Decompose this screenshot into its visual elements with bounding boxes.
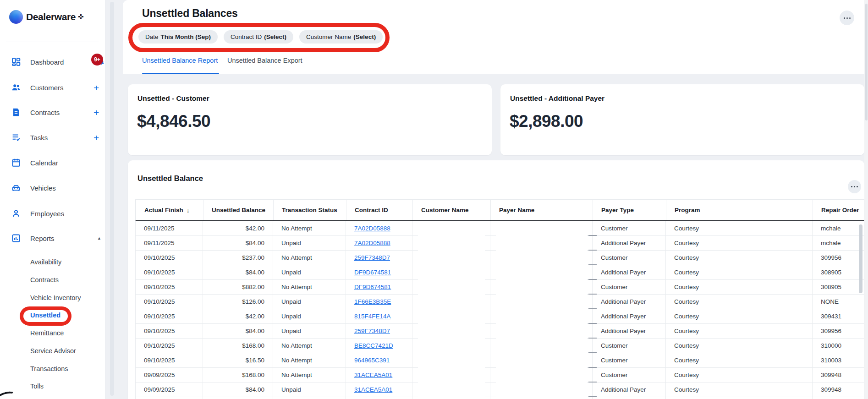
card-unsettled-customer: Unsettled - Customer $4,846.50 bbox=[128, 84, 492, 155]
contract-id-link[interactable]: 31ACEA5A01 bbox=[354, 386, 392, 393]
contract-id-link[interactable]: 815F4FE14A bbox=[354, 313, 391, 320]
customers-icon bbox=[11, 82, 21, 93]
sidebar-item-label: Employees bbox=[30, 210, 64, 218]
table-scrollbar-thumb[interactable] bbox=[859, 224, 863, 293]
cell-program: Courtesy bbox=[666, 280, 813, 295]
sidebar-item-customers[interactable]: Customers + bbox=[0, 77, 105, 98]
contract-id-link[interactable]: DF9D674581 bbox=[354, 269, 391, 276]
page-more-options-button[interactable] bbox=[840, 11, 854, 25]
cell-actual-finish: 09/10/2025 bbox=[135, 280, 203, 295]
sidebar-item-vehicles[interactable]: Vehicles bbox=[0, 178, 105, 198]
cell-unsettled-balance: $237.00 bbox=[203, 251, 273, 265]
column-header-contract-id[interactable]: Contract ID bbox=[346, 200, 413, 220]
filter-chip-customer-name[interactable]: Customer Name (Select) bbox=[299, 30, 383, 44]
contract-id-link[interactable]: 31ACEA5A01 bbox=[354, 372, 392, 378]
sidebar-item-remittance[interactable]: Remittance bbox=[0, 327, 105, 339]
active-tab-underline bbox=[142, 73, 219, 74]
contract-id-link[interactable]: 259F7348D7 bbox=[354, 254, 390, 261]
pinned-column-divider bbox=[588, 221, 597, 397]
column-header-program[interactable]: Program bbox=[666, 200, 813, 220]
cell-actual-finish: 09/11/2025 bbox=[135, 221, 203, 236]
add-contract-button[interactable]: + bbox=[93, 108, 99, 117]
contract-id-link[interactable]: 1F66E3B35E bbox=[354, 298, 391, 305]
column-header-repair-order[interactable]: Repair Order bbox=[813, 200, 864, 220]
column-header-customer-name[interactable]: Customer Name bbox=[413, 200, 491, 220]
cell-payer-type: Customer bbox=[593, 353, 666, 368]
cell-transaction-status: No Attempt bbox=[273, 368, 346, 383]
add-customer-button[interactable]: + bbox=[93, 83, 99, 93]
column-header-actual-finish[interactable]: Actual Finish↓ bbox=[136, 200, 203, 220]
column-header-payer-name[interactable]: Payer Name bbox=[491, 200, 593, 220]
cell-repair-order: mchale bbox=[813, 236, 864, 251]
logo-text: Dealerware bbox=[26, 11, 76, 22]
sidebar-item-calendar[interactable]: Calendar bbox=[0, 153, 105, 173]
cell-transaction-status: Unpaid bbox=[273, 324, 346, 339]
sidebar-item-tolls[interactable]: Tolls bbox=[0, 380, 105, 393]
sidebar-item-label: Contracts bbox=[30, 109, 60, 116]
sidebar-item-vehicle-inventory[interactable]: Vehicle Inventory bbox=[0, 291, 105, 304]
dashboard-icon bbox=[11, 57, 21, 67]
cell-payer-type: Customer bbox=[593, 368, 666, 383]
sidebar-item-reports[interactable]: Reports ▲ bbox=[0, 228, 105, 248]
cell-repair-order: 309948 bbox=[813, 383, 864, 397]
cell-program: Courtesy bbox=[666, 236, 813, 251]
cell-payer-type: Additional Payer bbox=[593, 295, 666, 309]
sidebar-item-contracts-report[interactable]: Contracts bbox=[0, 273, 105, 286]
cell-payer-type: Customer bbox=[593, 221, 666, 236]
cell-actual-finish: 09/10/2025 bbox=[135, 251, 203, 265]
sidebar-item-transactions[interactable]: Transactions bbox=[0, 362, 105, 375]
cell-unsettled-balance: $126.00 bbox=[203, 295, 273, 309]
cell-unsettled-balance: $84.00 bbox=[203, 265, 273, 280]
table-header-row: Actual Finish↓ Unsettled Balance Transac… bbox=[135, 199, 864, 221]
column-header-transaction-status[interactable]: Transaction Status bbox=[274, 200, 346, 220]
sidebar-item-label: Customers bbox=[30, 84, 64, 92]
logo-cross-icon: ✜ bbox=[78, 13, 84, 21]
sidebar-item-label: Calendar bbox=[30, 159, 58, 167]
column-header-unsettled-balance[interactable]: Unsettled Balance bbox=[203, 200, 274, 220]
sidebar-scrollbar[interactable] bbox=[110, 2, 114, 396]
table-more-options-button[interactable] bbox=[848, 180, 861, 193]
tab-unsettled-balance-report[interactable]: Unsettled Balance Report bbox=[142, 57, 218, 64]
contract-id-link[interactable]: DF9D674581 bbox=[354, 284, 391, 290]
filter-chip-date[interactable]: Date This Month (Sep) bbox=[138, 30, 218, 44]
card-value: $4,846.50 bbox=[137, 112, 210, 131]
filter-chip-contract-id[interactable]: Contract ID (Select) bbox=[224, 30, 293, 44]
cell-actual-finish: 09/11/2025 bbox=[135, 236, 203, 251]
sidebar-item-contracts[interactable]: Contracts + bbox=[0, 102, 105, 122]
cell-transaction-status: No Attempt bbox=[273, 280, 346, 295]
sidebar-item-label: Tasks bbox=[30, 134, 48, 142]
cell-transaction-status: Unpaid bbox=[273, 383, 346, 397]
cell-payer-type: Additional Payer bbox=[593, 383, 666, 397]
dealerware-logo[interactable]: Dealerware ✜ bbox=[9, 10, 84, 24]
contract-id-link[interactable]: 7A02D05888 bbox=[354, 240, 390, 246]
sidebar-item-tasks[interactable]: Tasks + bbox=[0, 127, 105, 148]
tasks-icon bbox=[11, 132, 21, 142]
cell-transaction-status: No Attempt bbox=[273, 251, 346, 265]
tab-unsettled-balance-export[interactable]: Unsettled Balance Export bbox=[227, 57, 302, 64]
sidebar-item-availability[interactable]: Availability bbox=[0, 256, 105, 268]
column-header-payer-type[interactable]: Payer Type bbox=[593, 200, 666, 220]
cell-transaction-status: No Attempt bbox=[273, 353, 346, 368]
contract-id-link[interactable]: 964965C391 bbox=[354, 357, 390, 364]
sidebar-item-service-advisor[interactable]: Service Advisor bbox=[0, 344, 105, 357]
vehicles-icon bbox=[11, 183, 21, 193]
cell-program: Courtesy bbox=[666, 251, 813, 265]
filter-bar: Date This Month (Sep) Contract ID (Selec… bbox=[138, 30, 383, 44]
cell-unsettled-balance: $168.00 bbox=[203, 368, 273, 383]
sidebar-item-employees[interactable]: Employees bbox=[0, 203, 105, 224]
sidebar-item-dashboard[interactable]: Dashboard bbox=[0, 52, 105, 72]
cell-transaction-status: No Attempt bbox=[273, 339, 346, 353]
cell-payer-type: Additional Payer bbox=[593, 324, 666, 339]
cell-unsettled-balance: $42.00 bbox=[203, 221, 273, 236]
collapse-caret-icon[interactable]: ▲ bbox=[97, 236, 101, 240]
sidebar-item-unsettled[interactable]: Unsettled bbox=[0, 309, 105, 322]
contract-id-link[interactable]: BE8CC7421D bbox=[354, 342, 393, 349]
cell-actual-finish: 09/10/2025 bbox=[135, 339, 203, 353]
reports-icon bbox=[11, 233, 21, 243]
cell-payer-type: Customer bbox=[593, 339, 666, 353]
contract-id-link[interactable]: 259F7348D7 bbox=[354, 328, 390, 334]
add-task-button[interactable]: + bbox=[93, 133, 99, 142]
cell-repair-order: 309431 bbox=[813, 309, 864, 324]
window-scrollbar-thumb[interactable] bbox=[865, 4, 868, 120]
contract-id-link[interactable]: 7A02D05888 bbox=[354, 225, 390, 232]
